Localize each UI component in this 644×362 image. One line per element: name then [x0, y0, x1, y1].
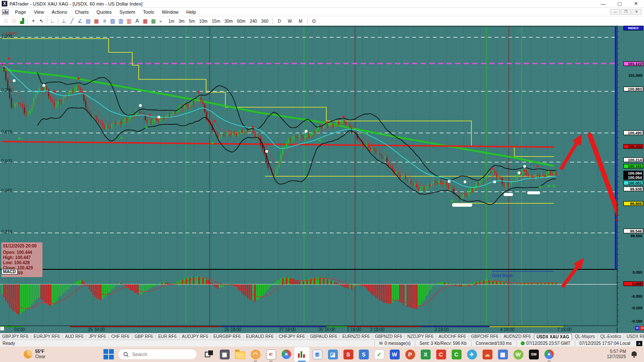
- menu-system[interactable]: System: [115, 9, 139, 15]
- cursor-icon[interactable]: ↖: [37, 17, 46, 25]
- maximize-button[interactable]: ▢: [611, 0, 628, 7]
- calculator-icon[interactable]: ▦: [217, 347, 232, 362]
- channel-tool-icon[interactable]: ▤: [84, 17, 92, 25]
- s-blue-app-icon[interactable]: S: [356, 347, 371, 362]
- bars-blue-tool-icon[interactable]: ▥: [117, 17, 125, 25]
- symbol-tab-ql-exotics[interactable]: QL-Exotics: [598, 334, 623, 339]
- timeframe-60m[interactable]: 60m: [235, 18, 247, 24]
- chart-mode-icon[interactable]: ▟: [18, 17, 26, 25]
- symbol-tab-euraud-rf6[interactable]: EURAUD RF6: [244, 334, 276, 339]
- taskbar-clock[interactable]: 5:57 PM 12/7/2025: [607, 349, 631, 359]
- telegram-icon[interactable]: ✈: [464, 347, 480, 362]
- grid-red-tool-icon[interactable]: ▩: [141, 17, 149, 25]
- symbol-tab-gbp-rf6[interactable]: GBP RF6: [133, 334, 155, 339]
- c-red-app-icon[interactable]: C: [433, 347, 449, 362]
- close-button[interactable]: ✕: [628, 0, 644, 7]
- fib-tool-icon[interactable]: ▦: [92, 17, 100, 25]
- split-add-button[interactable]: ⊞: [635, 326, 639, 330]
- task-view-icon[interactable]: [201, 347, 217, 362]
- menu-view[interactable]: View: [30, 9, 48, 15]
- vline-tool-icon[interactable]: ⊥: [60, 17, 68, 25]
- powerpoint-app-icon[interactable]: P: [402, 347, 418, 362]
- bars-red-tool-icon[interactable]: ▥: [125, 17, 133, 25]
- symbol-tab-usdx-rf[interactable]: USDX RF: [624, 334, 644, 339]
- weather-widget[interactable]: 55°F Clear: [0, 349, 103, 359]
- chrome-2-icon[interactable]: [541, 347, 557, 362]
- symbol-tab-chf-rf6[interactable]: CHF RF6: [109, 334, 131, 339]
- period-m[interactable]: M: [295, 18, 306, 24]
- symbol-tab-gbpaud-rf6[interactable]: GBPAUD RF6: [308, 334, 339, 339]
- symbol-tab-usdx-xau-xag[interactable]: USDX XAU XAG: [534, 334, 572, 340]
- symbol-tab-gbpnzd-rf6[interactable]: GBPNZD RF6: [373, 334, 404, 339]
- symbol-tab-gbpchf-rf6[interactable]: GBPCHF RF6: [469, 334, 500, 339]
- mdi-minimize-button[interactable]: —: [610, 9, 620, 15]
- toolbar-overflow-chevron[interactable]: »: [159, 18, 162, 24]
- start-button[interactable]: [103, 349, 114, 360]
- search-box[interactable]: [118, 349, 197, 360]
- timeframe-1m[interactable]: 1m: [166, 18, 176, 24]
- pins-blue-icon[interactable]: ∷: [2, 17, 10, 25]
- crosshair-icon[interactable]: +: [29, 17, 37, 25]
- symbol-tab-eurnzd-rf6[interactable]: EURNZD RF6: [340, 334, 371, 339]
- gann-tool-icon[interactable]: ▨: [109, 17, 117, 25]
- patrader-app-icon[interactable]: [294, 347, 310, 362]
- mail-app-icon[interactable]: ◠: [248, 347, 263, 362]
- symbol-tab-ql-majors[interactable]: QL-Majors: [573, 334, 597, 339]
- symbol-tab-eur-rf6[interactable]: EUR RF6: [156, 334, 179, 339]
- symbol-tab-audnzd-rf6[interactable]: AUDNZD RF6: [501, 334, 533, 339]
- word-app-icon[interactable]: W: [387, 347, 402, 362]
- text-tool-icon[interactable]: A: [133, 17, 141, 25]
- menu-tools[interactable]: Tools: [139, 9, 158, 15]
- menu-help[interactable]: Help: [182, 9, 200, 15]
- timeframe-15m[interactable]: 15m: [210, 18, 222, 24]
- symbol-tab-audchf-rf6[interactable]: AUDCHF RF6: [437, 334, 468, 339]
- pins-red-icon[interactable]: ∷: [10, 17, 18, 25]
- cloud-app-icon[interactable]: ☁: [480, 347, 495, 362]
- notepad-icon[interactable]: ≣: [310, 347, 325, 362]
- ic-app-icon[interactable]: IC: [263, 347, 279, 362]
- photos-icon[interactable]: ◪: [325, 347, 340, 362]
- symbol-tab-aud-rf6[interactable]: AUD RF6: [63, 334, 86, 339]
- menu-actions[interactable]: Actions: [48, 9, 71, 15]
- timeframe-360[interactable]: 360: [259, 18, 270, 24]
- symbol-tab-audjpy-rf6[interactable]: AUDJPY RF6: [180, 334, 210, 339]
- camtasia-app-icon[interactable]: C: [449, 347, 464, 362]
- menu-window[interactable]: Window: [158, 9, 182, 15]
- grid-green-tool-icon[interactable]: ▩: [149, 17, 158, 25]
- split-remove-button[interactable]: ⊟: [640, 326, 644, 330]
- chrome-icon[interactable]: [279, 347, 294, 362]
- time-scrollbar-thumb[interactable]: [0, 326, 4, 331]
- minimize-button[interactable]: —: [595, 0, 611, 7]
- notification-bell-icon[interactable]: [630, 350, 638, 358]
- timeframe-3m[interactable]: 3m: [176, 18, 187, 24]
- price-chart-canvas[interactable]: [0, 26, 617, 333]
- levels-tool-icon[interactable]: ≡: [100, 17, 109, 25]
- price-axis[interactable]: INDEX 101.122101.000100.883100.490100.33…: [617, 26, 644, 333]
- symbol-tab-gbpjpy-rf6[interactable]: GBPJPY RF6: [0, 334, 30, 339]
- menu-charts[interactable]: Charts: [71, 9, 92, 15]
- menu-page[interactable]: Page: [11, 9, 30, 15]
- symbol-tab-eurgbp-rf6[interactable]: EURGBP RF6: [211, 334, 243, 339]
- timeframe-240[interactable]: 240: [248, 18, 259, 24]
- symbol-tab-chfjpy-rf6[interactable]: CHFJPY RF6: [276, 334, 307, 339]
- period-d[interactable]: D: [274, 18, 284, 24]
- file-explorer-icon[interactable]: [232, 347, 248, 362]
- period-w[interactable]: W: [284, 18, 295, 24]
- mdi-restore-button[interactable]: ❐: [621, 9, 631, 15]
- bank-app-icon[interactable]: ▦: [495, 347, 510, 362]
- session-clock-icon[interactable]: ⊙: [310, 17, 318, 25]
- timeframe-5m[interactable]: 5m: [187, 18, 197, 24]
- symbol-tab-eurjpy-rf6[interactable]: EURJPY RF6: [31, 334, 62, 339]
- menu-quotes[interactable]: Quotes: [93, 9, 115, 15]
- hline-tool-icon[interactable]: ∟: [49, 17, 57, 25]
- symbol-tab-jpy-rf6[interactable]: JPY RF6: [87, 334, 108, 339]
- search-input[interactable]: [132, 352, 184, 357]
- s-red-app-icon[interactable]: S: [340, 347, 356, 362]
- sm-app-icon[interactable]: SM: [526, 347, 541, 362]
- w-green-app-icon[interactable]: W: [510, 347, 526, 362]
- symbol-tab-nzdjpy-rf6[interactable]: NZDJPY RF6: [405, 334, 435, 339]
- timeframe-30m[interactable]: 30m: [222, 18, 235, 24]
- angle-tool-icon[interactable]: ∠: [76, 17, 84, 25]
- timeframe-10m[interactable]: 10m: [197, 18, 210, 24]
- trendline-tool-icon[interactable]: ╱: [68, 17, 76, 25]
